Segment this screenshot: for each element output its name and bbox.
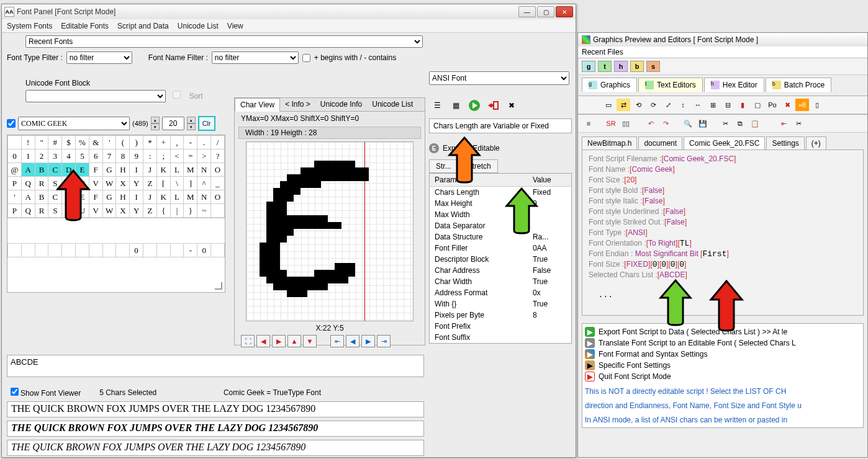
columns-icon[interactable]: ▯▯ <box>619 117 633 130</box>
glyph-cell[interactable]: A <box>21 190 35 204</box>
paste-icon[interactable]: 📋 <box>748 117 762 130</box>
glyph-cell[interactable]: # <box>48 136 62 149</box>
glyph-cell[interactable]: G <box>102 190 116 204</box>
file-chip[interactable]: s <box>646 61 660 72</box>
glyph-cell[interactable]: C <box>48 163 62 177</box>
font-type-filter-select[interactable]: no filter <box>66 51 132 64</box>
export-icon[interactable] <box>485 97 501 114</box>
glyph-cell[interactable]: M <box>184 163 197 177</box>
glyph-cell[interactable]: E <box>76 190 89 204</box>
cut-icon[interactable]: ✂ <box>718 117 732 130</box>
glyph-cell[interactable]: M <box>184 190 197 204</box>
save-icon[interactable]: 💾 <box>696 117 710 130</box>
tool-icon[interactable]: ⟲ <box>631 99 645 111</box>
exit-icon[interactable]: ⇤ <box>777 117 790 130</box>
glyph-cell[interactable]: ) <box>130 136 143 149</box>
glyph-cell[interactable]: ? <box>211 149 225 163</box>
glyph-cell[interactable]: + <box>156 136 170 149</box>
glyph-cell[interactable]: S <box>48 177 62 190</box>
menu-unicode-list[interactable]: Unicode List <box>178 22 219 30</box>
count-spinner[interactable]: ▲▼ <box>151 117 160 130</box>
glyph-cell[interactable]: 3 <box>48 149 62 163</box>
font-size-input[interactable] <box>162 117 184 130</box>
glyph-cell[interactable]: T <box>62 204 76 218</box>
glyph-cell[interactable]: 1 <box>21 149 35 163</box>
tools-icon[interactable]: ✖ <box>504 97 520 114</box>
glyph-cell[interactable]: D <box>62 163 76 177</box>
glyph-cell[interactable]: 0 <box>8 149 22 163</box>
glyph-cell[interactable]: $ <box>62 136 76 149</box>
glyph-cell[interactable]: [ <box>156 177 170 190</box>
clear-button[interactable]: Clr <box>198 116 215 131</box>
nav-prev-icon[interactable]: ◀ <box>256 335 270 347</box>
file-chip[interactable]: b <box>630 61 644 72</box>
glyph-cell[interactable]: K <box>156 190 170 204</box>
tool-icon[interactable]: ▢ <box>751 99 764 111</box>
file-chip[interactable]: h <box>614 61 628 72</box>
doc-tab[interactable]: NewBitmap.h <box>582 136 637 149</box>
recent-fonts-select[interactable]: Recent Fonts <box>25 35 423 48</box>
glyph-cell[interactable]: { <box>156 204 170 218</box>
maximize-button[interactable]: ▢ <box>537 6 554 17</box>
glyph-cell[interactable]: ] <box>184 177 197 190</box>
tab-stretch[interactable]: Stretch <box>461 159 498 173</box>
find-icon[interactable]: 🔍 <box>681 117 695 130</box>
glyph-cell[interactable]: W <box>102 204 116 218</box>
glyph-cell[interactable]: : <box>143 149 157 163</box>
glyph-cell[interactable]: P <box>8 204 22 218</box>
close-button[interactable]: ✕ <box>556 6 573 17</box>
font-enabled-checkbox[interactable] <box>7 119 16 128</box>
glyph-cell[interactable]: J <box>143 163 157 177</box>
glyph-cell[interactable]: % <box>76 136 89 149</box>
glyph-cell[interactable]: 2 <box>35 149 48 163</box>
glyph-cell[interactable]: O <box>211 190 225 204</box>
glyph-cell[interactable] <box>211 204 225 218</box>
export-editable-icon[interactable]: E <box>429 143 439 153</box>
tool-icon[interactable]: ⊞ <box>706 99 720 111</box>
tab-structure[interactable]: Str... <box>429 159 458 173</box>
doc-tab[interactable]: (+) <box>806 136 826 149</box>
glyph-cell[interactable]: L <box>170 190 184 204</box>
glyph-cell[interactable]: X <box>116 177 130 190</box>
tab-char-view[interactable]: Char View <box>235 98 280 112</box>
glyph-cell[interactable]: V <box>89 177 102 190</box>
selected-chars-box[interactable]: ABCDE <box>7 355 424 377</box>
nav-last-icon[interactable]: ⇥ <box>377 335 391 347</box>
glyph-cell[interactable]: 8 <box>116 149 130 163</box>
glyph-cell[interactable]: R <box>35 204 48 218</box>
doc-tab[interactable]: Settings <box>766 136 804 149</box>
font-name-filter-select[interactable]: no filter <box>212 51 299 64</box>
tab-info[interactable]: < Info > <box>280 98 315 111</box>
nav-down-icon[interactable]: ▼ <box>303 335 317 347</box>
glyph-cell[interactable]: U <box>76 204 89 218</box>
code-area[interactable]: Font Script Filename :[Comic Geek_20.FSC… <box>582 149 864 316</box>
file-chip[interactable]: t <box>598 61 612 72</box>
begins-contains-checkbox[interactable] <box>302 54 310 62</box>
glyph-cell[interactable]: W <box>102 177 116 190</box>
glyph-cell[interactable]: ; <box>156 149 170 163</box>
glyph-cell[interactable]: " <box>35 136 48 149</box>
file-chip[interactable]: g <box>582 61 595 72</box>
doc-tab[interactable]: Comic Geek_20.FSC <box>684 136 765 149</box>
glyph-cell[interactable]: T <box>62 177 76 190</box>
tool-icon[interactable]: ⤢ <box>661 99 675 111</box>
glyph-cell[interactable]: ' <box>8 190 22 204</box>
glyph-cell[interactable]: H <box>116 163 130 177</box>
glyph-cell[interactable]: L <box>170 163 184 177</box>
glyph-cell[interactable]: , <box>170 136 184 149</box>
tool-icon[interactable]: ▯ <box>810 99 824 111</box>
glyph-cell[interactable]: = <box>184 149 197 163</box>
recent-files-label[interactable]: Recent Files <box>578 47 867 58</box>
menu-view[interactable]: View <box>227 22 243 30</box>
glyph-cell[interactable]: } <box>184 204 197 218</box>
encoding-select[interactable]: ANSI Font <box>429 71 569 85</box>
glyph-cell[interactable]: U <box>76 177 89 190</box>
undo-icon[interactable]: ↶ <box>644 117 658 130</box>
glyph-cell[interactable]: K <box>156 163 170 177</box>
glyph-cell[interactable]: A <box>21 163 35 177</box>
glyph-cell[interactable]: B <box>35 163 48 177</box>
size-spinner[interactable]: ▲▼ <box>187 117 196 130</box>
tool-icon[interactable]: ▮ <box>736 99 749 111</box>
nav-up-icon[interactable]: ▲ <box>287 335 301 347</box>
glyph-cell[interactable]: N <box>197 190 211 204</box>
